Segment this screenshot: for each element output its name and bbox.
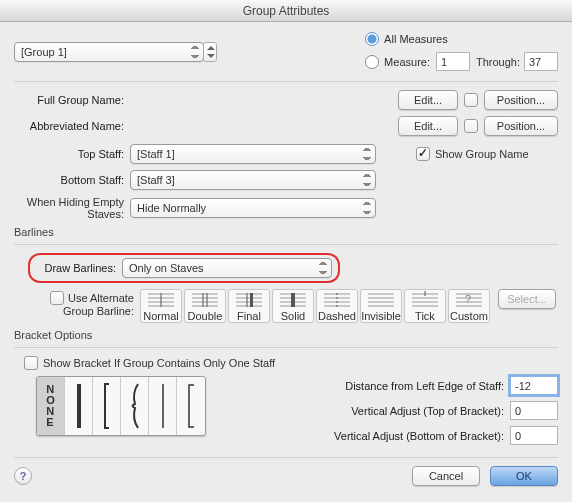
bracket-none[interactable]: NONE xyxy=(37,377,65,435)
full-name-checkbox[interactable] xyxy=(464,93,478,107)
abbrev-name-checkbox[interactable] xyxy=(464,119,478,133)
show-bracket-one-label: Show Bracket If Group Contains Only One … xyxy=(43,357,275,369)
divider xyxy=(14,347,558,348)
edit-full-name-button[interactable]: Edit... xyxy=(398,90,458,110)
all-measures-label: All Measures xyxy=(384,33,448,45)
group-stepper[interactable] xyxy=(203,42,217,62)
vbot-input[interactable] xyxy=(510,426,558,445)
draw-barlines-value: Only on Staves xyxy=(129,262,204,274)
draw-barlines-label: Draw Barlines: xyxy=(36,262,122,274)
group-select[interactable]: [Group 1] xyxy=(14,42,204,62)
ok-button[interactable]: OK xyxy=(490,466,558,486)
barline-custom[interactable]: ?Custom xyxy=(448,289,490,323)
show-bracket-one-checkbox[interactable] xyxy=(24,356,38,370)
when-hiding-value: Hide Normally xyxy=(137,202,206,214)
vbot-label: Vertical Adjust (Bottom of Bracket): xyxy=(334,430,510,442)
barline-invisible[interactable]: Invisible xyxy=(360,289,402,323)
when-hiding-label: When Hiding EmptyStaves: xyxy=(14,196,130,220)
vtop-input[interactable] xyxy=(510,401,558,420)
barline-final[interactable]: Final xyxy=(228,289,270,323)
use-alternate-label: Use Alternate xyxy=(68,292,134,304)
abbrev-name-label: Abbreviated Name: xyxy=(14,120,130,132)
when-hiding-select[interactable]: Hide Normally xyxy=(130,198,376,218)
bracket-thick[interactable] xyxy=(65,377,93,435)
draw-barlines-select[interactable]: Only on Staves xyxy=(122,258,332,278)
bracket-desk[interactable] xyxy=(177,377,205,435)
barlines-header: Barlines xyxy=(14,226,558,238)
bracket-square[interactable] xyxy=(93,377,121,435)
bracket-style-group: NONE xyxy=(36,376,206,436)
measure-through-input[interactable] xyxy=(524,52,558,71)
top-staff-value: [Staff 1] xyxy=(137,148,175,160)
edit-abbrev-button[interactable]: Edit... xyxy=(398,116,458,136)
barline-style-group: Normal Double Final Solid Dashed Invisib… xyxy=(140,289,490,323)
window-title: Group Attributes xyxy=(0,0,572,22)
dist-input[interactable] xyxy=(510,376,558,395)
svg-text:?: ? xyxy=(465,293,471,305)
bottom-staff-select[interactable]: [Staff 3] xyxy=(130,170,376,190)
bottom-staff-value: [Staff 3] xyxy=(137,174,175,186)
cancel-button[interactable]: Cancel xyxy=(412,466,480,486)
barline-double[interactable]: Double xyxy=(184,289,226,323)
barline-select-button[interactable]: Select... xyxy=(498,289,556,309)
divider xyxy=(14,81,558,82)
measure-radio[interactable] xyxy=(365,55,379,69)
group-select-value: [Group 1] xyxy=(21,46,67,58)
bottom-staff-label: Bottom Staff: xyxy=(14,174,130,186)
measure-from-input[interactable] xyxy=(436,52,470,71)
full-group-name-label: Full Group Name: xyxy=(14,94,130,106)
position-full-name-button[interactable]: Position... xyxy=(484,90,558,110)
bracket-curly[interactable] xyxy=(121,377,149,435)
through-label: Through: xyxy=(476,56,520,68)
position-abbrev-button[interactable]: Position... xyxy=(484,116,558,136)
bracket-header: Bracket Options xyxy=(14,329,558,341)
barline-tick[interactable]: Tick xyxy=(404,289,446,323)
bracket-thin[interactable] xyxy=(149,377,177,435)
barline-normal[interactable]: Normal xyxy=(140,289,182,323)
svg-rect-21 xyxy=(291,293,295,307)
all-measures-radio[interactable] xyxy=(365,32,379,46)
barline-solid[interactable]: Solid xyxy=(272,289,314,323)
vtop-label: Vertical Adjust (Top of Bracket): xyxy=(351,405,510,417)
divider xyxy=(14,457,558,458)
show-group-name-label: Show Group Name xyxy=(435,148,529,160)
top-staff-select[interactable]: [Staff 1] xyxy=(130,144,376,164)
svg-rect-16 xyxy=(250,293,253,307)
divider xyxy=(14,244,558,245)
measure-label: Measure: xyxy=(384,56,430,68)
barline-dashed[interactable]: Dashed xyxy=(316,289,358,323)
top-staff-label: Top Staff: xyxy=(14,148,130,160)
dist-label: Distance from Left Edge of Staff: xyxy=(345,380,510,392)
use-alternate-checkbox[interactable] xyxy=(50,291,64,305)
help-button[interactable]: ? xyxy=(14,467,32,485)
svg-rect-41 xyxy=(77,384,81,428)
use-alternate-label2: Group Barline: xyxy=(14,305,134,317)
show-group-name-checkbox[interactable] xyxy=(416,147,430,161)
